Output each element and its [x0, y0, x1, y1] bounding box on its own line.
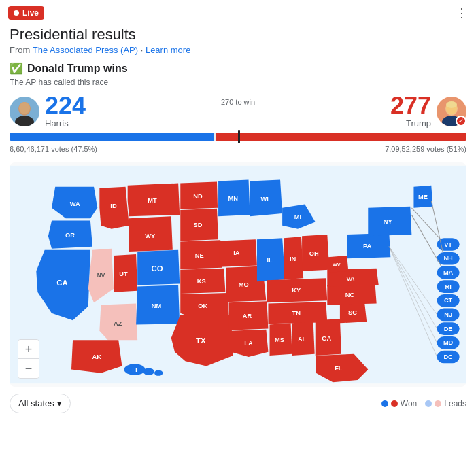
state-me[interactable]	[413, 186, 432, 208]
bar-harris	[10, 133, 214, 141]
dropdown-icon: ▾	[57, 398, 62, 409]
map-container: WA OR CA NV ID MT WY UT AZ CO NM ND	[10, 162, 466, 387]
progress-bar-container	[10, 133, 466, 141]
state-pa[interactable]	[347, 233, 390, 258]
legend-blue-dot	[381, 400, 388, 407]
state-nm[interactable]	[136, 285, 180, 325]
state-ky[interactable]	[267, 278, 327, 302]
harris-info: 224 Harris	[45, 94, 86, 128]
header: Live ⋮	[0, 0, 476, 23]
state-ks[interactable]	[180, 269, 225, 294]
state-ak[interactable]	[71, 340, 122, 373]
svg-point-52	[143, 368, 154, 375]
state-co[interactable]	[137, 250, 180, 285]
state-ia[interactable]	[219, 239, 257, 266]
votes-row: 6,60,46,171 votes (47.5%) 7,09,52,259 vo…	[0, 143, 476, 157]
svg-text:MD: MD	[443, 339, 454, 346]
state-ne[interactable]	[180, 240, 222, 269]
state-oh[interactable]	[302, 235, 329, 271]
zoom-in-button[interactable]: +	[18, 340, 39, 359]
candidate-harris: 224 Harris	[10, 94, 86, 128]
zoom-controls: + −	[18, 339, 39, 379]
live-dot	[14, 10, 19, 16]
threshold-marker	[238, 130, 240, 143]
svg-text:MA: MA	[443, 269, 454, 276]
source-separator: ·	[138, 45, 146, 55]
svg-point-8	[446, 101, 457, 108]
state-ms[interactable]	[270, 323, 292, 356]
legend-light-red-dot	[435, 400, 441, 407]
trump-total-votes: 7,09,52,259 votes (51%)	[385, 145, 466, 153]
legend-leads: Leads	[425, 399, 466, 409]
winner-section: ✅ Donald Trump wins	[0, 58, 476, 77]
more-icon[interactable]: ⋮	[456, 5, 468, 20]
threshold-label: 270 to win	[221, 98, 255, 106]
harris-avatar	[10, 97, 39, 126]
legend-won-label: Won	[401, 399, 417, 409]
state-wi[interactable]	[250, 179, 283, 216]
all-states-button[interactable]: All states ▾	[10, 394, 71, 413]
footer-row: All states ▾ Won Leads	[0, 390, 476, 419]
state-mn[interactable]	[218, 179, 250, 216]
state-wv[interactable]	[328, 256, 348, 273]
state-ok[interactable]	[180, 293, 228, 318]
winner-text: Donald Trump wins	[27, 63, 128, 75]
state-al[interactable]	[292, 322, 315, 356]
legend-won: Won	[381, 399, 417, 409]
trump-winner-icon: ✓	[456, 116, 466, 126]
legend-leads-label: Leads	[444, 399, 466, 409]
state-nc[interactable]	[327, 283, 376, 305]
zoom-out-button[interactable]: −	[18, 359, 39, 378]
state-ut[interactable]	[114, 254, 137, 292]
state-sc[interactable]	[340, 302, 367, 323]
ap-called: The AP has called this race	[0, 77, 476, 87]
all-states-label: All states	[18, 398, 54, 409]
svg-text:DC: DC	[443, 353, 453, 360]
svg-point-3	[19, 102, 30, 114]
svg-text:NH: NH	[443, 255, 453, 262]
svg-text:VT: VT	[444, 241, 452, 248]
trump-votes: 277	[390, 94, 431, 118]
source-line: From The Associated Press (AP) · Learn m…	[10, 45, 466, 55]
winner-check-icon: ✅	[10, 62, 23, 75]
harris-total-votes: 6,60,46,171 votes (47.5%)	[10, 145, 97, 153]
state-sd[interactable]	[180, 209, 218, 241]
legend-red-dot	[391, 400, 398, 407]
candidates-row: 224 Harris 270 to win 277 Trump ✓	[0, 91, 476, 128]
page-title: Presidential results	[10, 26, 466, 44]
state-wy[interactable]	[129, 216, 173, 252]
svg-text:NJ: NJ	[444, 311, 452, 318]
state-mt[interactable]	[128, 184, 180, 217]
ap-link[interactable]: The Associated Press (AP)	[33, 45, 138, 55]
svg-text:CT: CT	[444, 297, 453, 304]
live-badge: Live	[8, 6, 44, 20]
state-ar[interactable]	[229, 301, 269, 330]
state-id[interactable]	[99, 187, 129, 229]
state-il[interactable]	[257, 238, 285, 281]
harris-name: Harris	[45, 118, 86, 128]
state-ny[interactable]	[368, 207, 411, 236]
harris-votes: 224	[45, 94, 86, 118]
learn-more-link[interactable]: Learn more	[146, 45, 190, 55]
state-az[interactable]	[99, 303, 137, 340]
trump-name: Trump	[390, 118, 431, 128]
legend-light-blue-dot	[425, 400, 432, 407]
candidate-trump: 277 Trump ✓	[390, 94, 466, 128]
us-map: WA OR CA NV ID MT WY UT AZ CO NM ND	[10, 162, 466, 387]
bar-trump	[216, 133, 466, 141]
state-nd[interactable]	[180, 182, 218, 209]
state-in[interactable]	[284, 237, 303, 279]
legend: Won Leads	[381, 399, 466, 409]
state-la[interactable]	[231, 330, 269, 357]
svg-text:DE: DE	[444, 326, 453, 332]
state-ga[interactable]	[316, 319, 341, 356]
source-prefix: From	[10, 45, 33, 55]
title-section: Presidential results From The Associated…	[0, 23, 476, 58]
svg-text:RI: RI	[445, 283, 451, 290]
state-or[interactable]	[48, 220, 92, 248]
state-hi[interactable]	[124, 364, 146, 375]
trump-info: 277 Trump	[390, 94, 431, 128]
svg-point-53	[154, 370, 163, 376]
live-label: Live	[22, 8, 39, 18]
